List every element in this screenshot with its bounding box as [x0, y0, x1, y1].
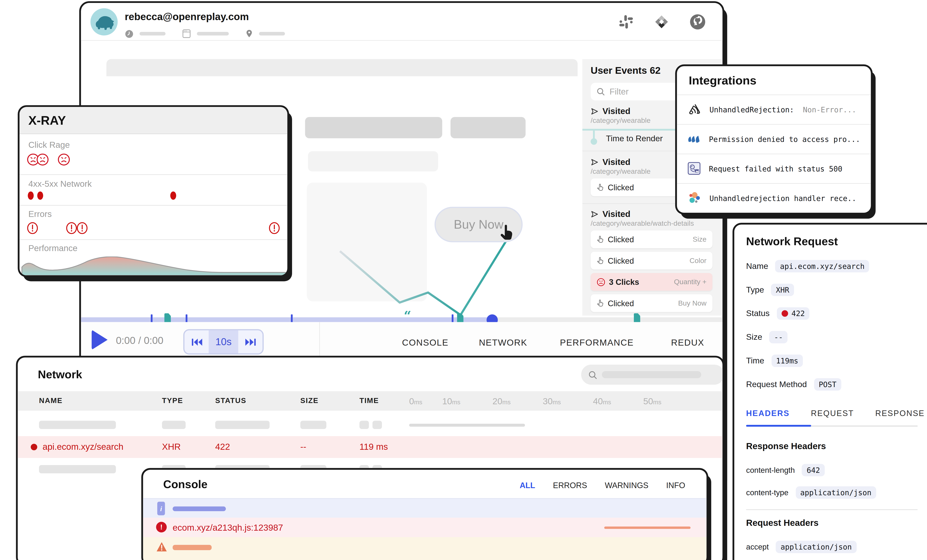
event-path: /category/wearable: [591, 116, 650, 124]
performance-area-chart: [20, 256, 287, 275]
integrations-panel: Integrations UnhandledRejection: Non-Err…: [677, 66, 871, 213]
tab-performance[interactable]: PERFORMANCE: [560, 337, 634, 348]
nr-section-divider: [746, 509, 918, 510]
skip-interval[interactable]: 10s: [209, 330, 238, 354]
row-size: --: [300, 442, 306, 451]
user-email: rebecca@openreplay.com: [125, 11, 249, 23]
timeline-quote-marker[interactable]: “: [404, 308, 412, 323]
console-row-warning[interactable]: [143, 537, 707, 560]
rage-face-icon[interactable]: [36, 153, 49, 166]
tab-request[interactable]: REQUEST: [811, 409, 854, 418]
tab-console[interactable]: CONSOLE: [402, 337, 448, 348]
table-row-error[interactable]: api.ecom.xyz/search XHR 422 -- 119 ms: [18, 436, 723, 458]
time-to-render-label: Time to Render: [606, 134, 663, 143]
header-accept: accept application/json: [746, 539, 857, 554]
search-icon: [588, 370, 597, 379]
header-content-type: content-type application/json: [746, 484, 876, 500]
row-name: api.ecom.xyz/search: [43, 442, 123, 451]
click-icon: [597, 183, 604, 191]
event-clicked-card[interactable]: Clicked Color: [591, 252, 713, 270]
github-icon[interactable]: [690, 14, 706, 30]
session-meta: [125, 29, 285, 38]
timeline-event-tick[interactable]: [151, 314, 152, 323]
console-error-text: ecom.xyz/a213qh.js:123987: [173, 522, 283, 533]
xray-network-label: 4xx-5xx Network: [28, 179, 92, 188]
nr-name-value: api.ecom.xyz/search: [775, 260, 869, 272]
product-subtitle-skeleton: [308, 151, 438, 171]
nr-field-method: Request Method POST: [746, 376, 841, 392]
col-type[interactable]: TYPE: [162, 396, 183, 405]
skip-back-button[interactable]: [184, 330, 209, 354]
nr-tab-active-underline: [746, 425, 811, 426]
timeline-page-marker[interactable]: [457, 313, 464, 323]
nr-field-status: Status 422: [746, 305, 809, 322]
event-visited-3[interactable]: Visited /category/wearable/watch-details: [591, 209, 694, 228]
network-error-dot[interactable]: [37, 191, 43, 200]
console-tab-warnings[interactable]: WARNINGS: [605, 481, 648, 490]
skip-forward-button[interactable]: [238, 330, 263, 354]
table-row-skeleton[interactable]: [18, 415, 723, 434]
integration-item-datadog[interactable]: Request failed with status 500: [677, 153, 871, 183]
clock-icon: [125, 29, 134, 38]
network-error-dot[interactable]: [28, 191, 34, 200]
console-tab-errors[interactable]: ERRORS: [553, 481, 587, 490]
col-size[interactable]: SIZE: [300, 396, 319, 405]
event-visited-2[interactable]: Visited /category/wearable: [591, 157, 650, 175]
network-request-panel: Network Request Name api.ecom.xyz/search…: [734, 225, 927, 560]
user-events-title: User Events 62: [591, 65, 661, 76]
error-icon[interactable]: [65, 222, 78, 235]
skip-controls: 10s: [183, 329, 264, 355]
tab-redux[interactable]: REDUX: [671, 337, 704, 348]
event-path: /category/wearable: [591, 167, 650, 175]
integration-item-sentry[interactable]: UnhandledRejection: Non-Error...: [677, 94, 871, 124]
nr-status-value: 422: [777, 307, 810, 319]
col-name[interactable]: NAME: [39, 396, 62, 405]
tab-network[interactable]: NETWORK: [479, 337, 527, 348]
timeline-event-tick[interactable]: [291, 314, 292, 323]
timeline-page-marker[interactable]: [164, 313, 171, 323]
request-duration-bar: [409, 424, 525, 427]
integration-item-bugsnag[interactable]: Permission denied to access pro...: [677, 124, 871, 153]
response-headers-title: Response Headers: [746, 441, 826, 451]
nr-time-value: 119ms: [771, 354, 803, 367]
integration-item-elastic[interactable]: Unhandledrejection handler rece..: [677, 183, 871, 213]
console-row-error[interactable]: ! ecom.xyz/a213qh.js:123987: [143, 518, 707, 537]
error-icon[interactable]: [27, 222, 38, 235]
sentry-icon: [688, 103, 701, 116]
col-time[interactable]: TIME: [359, 396, 379, 405]
tick-10ms: 10ms: [442, 396, 460, 407]
network-error-dot[interactable]: [170, 191, 176, 200]
console-tab-info[interactable]: INFO: [666, 481, 685, 490]
console-tab-all[interactable]: ALL: [520, 481, 535, 490]
warning-icon: [156, 541, 167, 552]
event-rage-click-card[interactable]: 3 Clicks Quantity +: [591, 273, 713, 291]
event-visited-1[interactable]: Visited /category/wearable: [591, 106, 650, 125]
timeline-progress: [81, 317, 492, 322]
console-row-info[interactable]: i: [143, 498, 707, 518]
rhino-icon: [90, 8, 118, 35]
timeline-event-tick[interactable]: [185, 314, 187, 323]
tab-headers[interactable]: HEADERS: [746, 409, 789, 418]
xray-panel: X-RAY Click Rage 4xx-5xx Network Errors …: [20, 107, 287, 275]
nr-field-time: Time 119ms: [746, 352, 803, 369]
timeline-event-tick[interactable]: [452, 314, 453, 323]
nr-method-value: POST: [814, 378, 841, 390]
wave-logo-icon: [688, 132, 701, 146]
jira-icon[interactable]: [654, 14, 669, 30]
col-status[interactable]: STATUS: [215, 396, 246, 405]
tab-response[interactable]: RESPONSE: [875, 409, 925, 418]
rage-click-icon: [597, 278, 605, 286]
console-error-icon: !: [156, 522, 167, 533]
network-search[interactable]: [581, 365, 723, 385]
rage-face-icon[interactable]: [58, 153, 70, 166]
error-icon[interactable]: [76, 222, 88, 235]
datadog-icon: [688, 162, 701, 175]
error-icon[interactable]: [268, 222, 280, 235]
play-button[interactable]: [92, 330, 108, 350]
slack-icon[interactable]: [619, 14, 634, 30]
event-clicked-card[interactable]: Clicked Buy Now: [591, 294, 713, 312]
elastic-icon: [688, 191, 701, 205]
replay-timeline[interactable]: [81, 317, 722, 322]
event-clicked-card[interactable]: Clicked Size: [591, 231, 713, 248]
visited-icon: [591, 158, 599, 166]
